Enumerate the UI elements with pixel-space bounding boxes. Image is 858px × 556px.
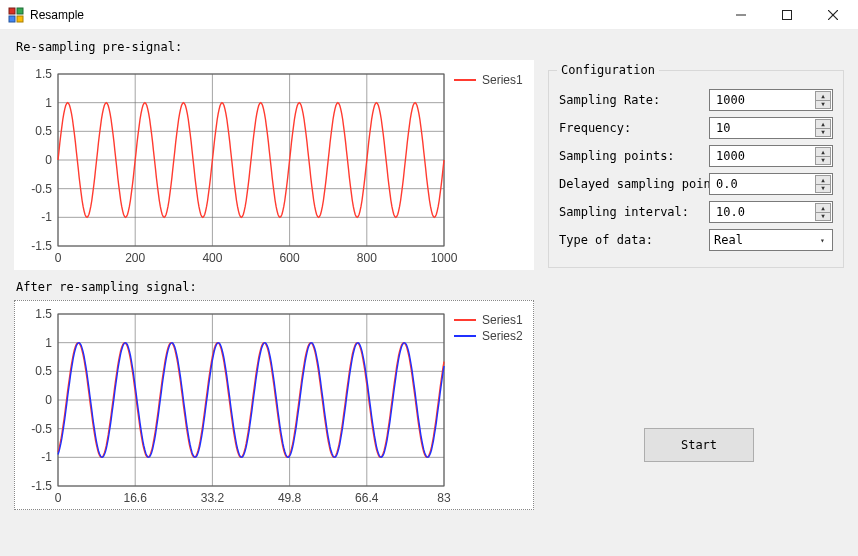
chart-post-signal-svg: 016.633.249.866.483-1.5-1-0.500.511.5Ser…	[14, 300, 534, 510]
configuration-title: Configuration	[557, 63, 659, 77]
spin-down-icon[interactable]: ▼	[815, 101, 831, 110]
chevron-down-icon: ▾	[814, 231, 831, 249]
spin-down-icon[interactable]: ▼	[815, 213, 831, 222]
row-frequency: Frequency: ▲ ▼	[559, 117, 833, 139]
svg-text:200: 200	[125, 251, 145, 265]
input-frequency-field[interactable]	[714, 120, 814, 136]
spin-down-icon[interactable]: ▼	[815, 129, 831, 138]
chart-pre-signal-svg: 02004006008001000-1.5-1-0.500.511.5Serie…	[14, 60, 534, 270]
svg-text:49.8: 49.8	[278, 491, 302, 505]
svg-text:Series1: Series1	[482, 73, 523, 87]
svg-rect-0	[9, 8, 15, 14]
svg-text:0.5: 0.5	[35, 364, 52, 378]
titlebar: Resample	[0, 0, 858, 30]
input-delayed-point[interactable]: ▲ ▼	[709, 173, 833, 195]
spin-down-icon[interactable]: ▼	[815, 157, 831, 166]
label-delayed-point: Delayed sampling point	[559, 177, 709, 191]
svg-text:1.5: 1.5	[35, 67, 52, 81]
configuration-groupbox: Configuration Sampling Rate: ▲ ▼ Frequen…	[548, 70, 844, 268]
svg-text:400: 400	[202, 251, 222, 265]
row-delayed-point: Delayed sampling point ▲ ▼	[559, 173, 833, 195]
post-signal-label: After re-sampling signal:	[16, 280, 534, 294]
label-sampling-interval: Sampling interval:	[559, 205, 709, 219]
svg-text:1000: 1000	[431, 251, 458, 265]
close-button[interactable]	[810, 0, 856, 30]
svg-text:-1.5: -1.5	[31, 239, 52, 253]
client-area: Re-sampling pre-signal: 0200400600800100…	[0, 30, 858, 556]
combo-type-of-data-value: Real	[714, 233, 743, 247]
svg-text:16.6: 16.6	[124, 491, 148, 505]
svg-text:1: 1	[45, 96, 52, 110]
window-buttons	[718, 0, 856, 30]
svg-text:1.5: 1.5	[35, 307, 52, 321]
label-sampling-points: Sampling points:	[559, 149, 709, 163]
svg-text:1: 1	[45, 336, 52, 350]
input-sampling-interval[interactable]: ▲ ▼	[709, 201, 833, 223]
svg-text:-0.5: -0.5	[31, 422, 52, 436]
svg-text:-1: -1	[41, 450, 52, 464]
row-sampling-points: Sampling points: ▲ ▼	[559, 145, 833, 167]
maximize-button[interactable]	[764, 0, 810, 30]
spin-down-icon[interactable]: ▼	[815, 185, 831, 194]
label-sampling-rate: Sampling Rate:	[559, 93, 709, 107]
spin-up-icon[interactable]: ▲	[815, 147, 831, 157]
input-sampling-points[interactable]: ▲ ▼	[709, 145, 833, 167]
start-button-label: Start	[681, 438, 717, 452]
input-sampling-rate[interactable]: ▲ ▼	[709, 89, 833, 111]
row-sampling-rate: Sampling Rate: ▲ ▼	[559, 89, 833, 111]
svg-text:-1: -1	[41, 210, 52, 224]
app-icon	[8, 7, 24, 23]
input-frequency[interactable]: ▲ ▼	[709, 117, 833, 139]
svg-rect-1	[17, 8, 23, 14]
svg-text:0: 0	[45, 393, 52, 407]
pre-signal-label: Re-sampling pre-signal:	[16, 40, 534, 54]
spin-up-icon[interactable]: ▲	[815, 91, 831, 101]
spin-up-icon[interactable]: ▲	[815, 203, 831, 213]
svg-text:0.5: 0.5	[35, 124, 52, 138]
window-title: Resample	[30, 8, 84, 22]
spin-up-icon[interactable]: ▲	[815, 119, 831, 129]
svg-text:Series2: Series2	[482, 329, 523, 343]
left-column: Re-sampling pre-signal: 0200400600800100…	[14, 40, 534, 510]
start-button[interactable]: Start	[644, 428, 754, 462]
combo-type-of-data[interactable]: Real ▾	[709, 229, 833, 251]
svg-text:0: 0	[55, 491, 62, 505]
chart-pre-signal: 02004006008001000-1.5-1-0.500.511.5Serie…	[14, 60, 534, 270]
svg-rect-3	[17, 16, 23, 22]
chart-post-signal: 016.633.249.866.483-1.5-1-0.500.511.5Ser…	[14, 300, 534, 510]
svg-text:0: 0	[45, 153, 52, 167]
svg-text:83: 83	[437, 491, 451, 505]
svg-text:0: 0	[55, 251, 62, 265]
input-sampling-rate-field[interactable]	[714, 92, 814, 108]
svg-text:33.2: 33.2	[201, 491, 225, 505]
right-column: Configuration Sampling Rate: ▲ ▼ Frequen…	[548, 70, 844, 268]
svg-text:-1.5: -1.5	[31, 479, 52, 493]
svg-rect-2	[9, 16, 15, 22]
svg-text:Series1: Series1	[482, 313, 523, 327]
label-frequency: Frequency:	[559, 121, 709, 135]
row-sampling-interval: Sampling interval: ▲ ▼	[559, 201, 833, 223]
input-delayed-point-field[interactable]	[714, 176, 814, 192]
svg-text:-0.5: -0.5	[31, 182, 52, 196]
minimize-button[interactable]	[718, 0, 764, 30]
row-type-of-data: Type of data: Real ▾	[559, 229, 833, 251]
input-sampling-points-field[interactable]	[714, 148, 814, 164]
svg-rect-5	[783, 10, 792, 19]
svg-text:800: 800	[357, 251, 377, 265]
spin-up-icon[interactable]: ▲	[815, 175, 831, 185]
label-type-of-data: Type of data:	[559, 233, 709, 247]
input-sampling-interval-field[interactable]	[714, 204, 814, 220]
svg-text:66.4: 66.4	[355, 491, 379, 505]
svg-text:600: 600	[280, 251, 300, 265]
